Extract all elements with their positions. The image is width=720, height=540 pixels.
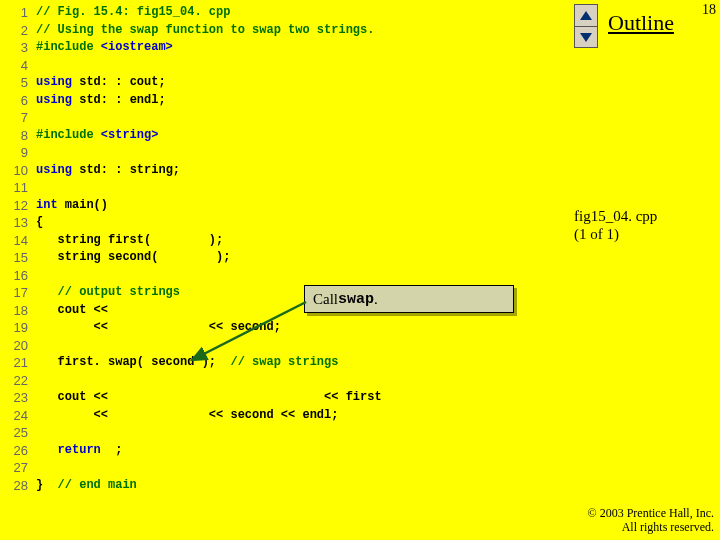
line-number: 23: [4, 389, 28, 407]
line-number: 5: [4, 74, 28, 92]
line-number: 3: [4, 39, 28, 57]
nav-buttons: [574, 4, 602, 48]
line-number: 26: [4, 442, 28, 460]
line-number: 8: [4, 127, 28, 145]
code-line: [36, 443, 58, 457]
callout-text: Call: [313, 291, 338, 308]
chevron-down-icon: [580, 33, 592, 42]
code-line: #include: [36, 40, 101, 54]
page-number: 18: [702, 2, 716, 18]
nav-down-button[interactable]: [574, 26, 598, 48]
line-number: 9: [4, 144, 28, 162]
code-line: }: [36, 478, 58, 492]
nav-up-button[interactable]: [574, 4, 598, 26]
copyright: © 2003 Prentice Hall, Inc. All rights re…: [588, 506, 714, 534]
line-number: 25: [4, 424, 28, 442]
line-number: 19: [4, 319, 28, 337]
line-number: 17: [4, 284, 28, 302]
code-listing: // Fig. 15.4: fig15_04. cpp // Using the…: [36, 4, 382, 494]
line-number: 18: [4, 302, 28, 320]
code-line: // Fig. 15.4: fig15_04. cpp: [36, 5, 230, 19]
line-number: 13: [4, 214, 28, 232]
code-line: int: [36, 198, 65, 212]
line-number: 2: [4, 22, 28, 40]
code-line: string first( );: [36, 233, 223, 247]
line-number: 14: [4, 232, 28, 250]
line-number: 4: [4, 57, 28, 75]
line-number: 27: [4, 459, 28, 477]
code-line: {: [36, 215, 43, 229]
code-line: string second( );: [36, 250, 230, 264]
line-number-gutter: 1234567891011121314151617181920212223242…: [4, 4, 28, 494]
line-number: 20: [4, 337, 28, 355]
figure-part: (1 of 1): [574, 225, 657, 243]
figure-filename: fig15_04. cpp: [574, 207, 657, 225]
line-number: 11: [4, 179, 28, 197]
callout-code: swap: [338, 291, 374, 308]
line-number: 15: [4, 249, 28, 267]
callout-suffix: .: [374, 291, 378, 308]
code-line: << << second << endl;: [36, 408, 338, 422]
line-number: 28: [4, 477, 28, 495]
line-number: 1: [4, 4, 28, 22]
figure-label: fig15_04. cpp (1 of 1): [574, 207, 657, 243]
sidebar: Outline 18 fig15_04. cpp (1 of 1) © 2003…: [574, 0, 720, 540]
code-line: << << second;: [36, 320, 281, 334]
code-line: #include: [36, 128, 101, 142]
line-number: 10: [4, 162, 28, 180]
outline-heading: Outline: [608, 10, 674, 36]
code-line: cout << << first: [36, 390, 382, 404]
line-number: 24: [4, 407, 28, 425]
code-line: first. swap( second );: [36, 355, 230, 369]
line-number: 16: [4, 267, 28, 285]
chevron-up-icon: [580, 11, 592, 20]
code-line: using: [36, 93, 79, 107]
code-line: using: [36, 163, 79, 177]
code-line: // output strings: [36, 285, 180, 299]
callout-box: Call swap .: [304, 285, 514, 313]
line-number: 6: [4, 92, 28, 110]
line-number: 22: [4, 372, 28, 390]
code-line: using: [36, 75, 79, 89]
line-number: 12: [4, 197, 28, 215]
code-line: cout <<: [36, 303, 346, 317]
code-line: // Using the swap function to swap two s…: [36, 23, 374, 37]
line-number: 21: [4, 354, 28, 372]
line-number: 7: [4, 109, 28, 127]
